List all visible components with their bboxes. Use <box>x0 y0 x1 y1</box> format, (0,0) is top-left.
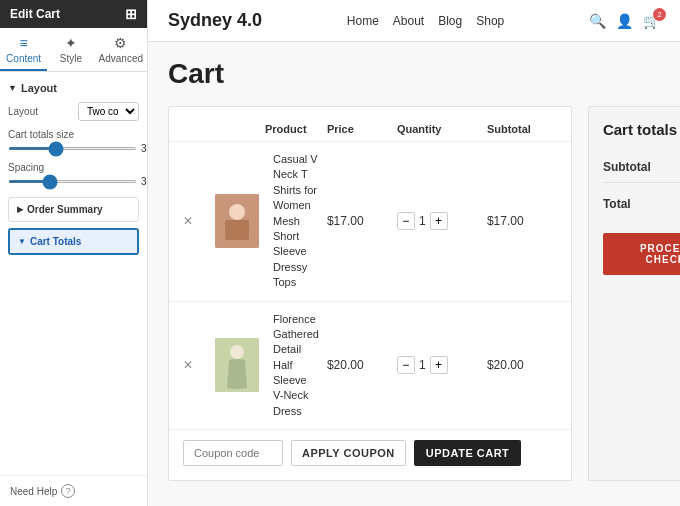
qty-cell-2: − 1 + <box>397 356 487 374</box>
product-2-thumbnail <box>215 338 259 392</box>
cart-totals-size-slider[interactable] <box>8 147 137 150</box>
cart-totals-accordion-label: Cart Totals <box>30 236 82 247</box>
advanced-icon: ⚙ <box>114 35 127 51</box>
order-summary-arrow-icon: ▶ <box>17 205 23 214</box>
checkout-button[interactable]: PROCEED TO CHECKOUT <box>603 233 680 275</box>
update-cart-button[interactable]: UPDATE CART <box>414 440 522 466</box>
style-icon: ✦ <box>65 35 77 51</box>
apply-coupon-button[interactable]: APPLY COUPON <box>291 440 406 466</box>
layout-arrow-icon: ▼ <box>8 83 17 93</box>
main-content: Sydney 4.0 Home About Blog Shop 🔍 👤 🛒 2 … <box>148 0 680 506</box>
col-quantity: Quantity <box>397 123 487 135</box>
total-label: Total <box>603 197 631 211</box>
cart-totals-arrow-icon: ▼ <box>18 237 26 246</box>
layout-field: Layout Two columns <box>8 102 139 121</box>
tab-advanced[interactable]: ⚙ Advanced <box>95 28 147 71</box>
qty-decrease-2[interactable]: − <box>397 356 415 374</box>
table-row: ✕ Florence Gathered Detail Half Sleeve V… <box>169 302 571 431</box>
tab-style[interactable]: ✦ Style <box>47 28 94 71</box>
cart-badge: 2 <box>653 8 666 21</box>
qty-decrease-1[interactable]: − <box>397 212 415 230</box>
col-price: Price <box>327 123 397 135</box>
accordion-order-summary-header[interactable]: ▶ Order Summary <box>9 198 138 221</box>
nav-links: Home About Blog Shop <box>347 14 504 28</box>
nav-home[interactable]: Home <box>347 14 379 28</box>
subtotal-row: Subtotal $37.00 <box>603 152 680 183</box>
cart-totals-size-field: Cart totals size 35 <box>8 129 139 154</box>
page-title: Cart <box>168 58 660 90</box>
coupon-input[interactable] <box>183 440 283 466</box>
user-icon[interactable]: 👤 <box>616 13 633 29</box>
content-icon: ≡ <box>20 35 28 51</box>
site-title: Sydney 4.0 <box>168 10 262 31</box>
panel-content: ▼ Layout Layout Two columns Cart totals … <box>0 72 147 475</box>
product-price-1: $17.00 <box>327 214 397 228</box>
product-subtotal-1: $17.00 <box>487 214 557 228</box>
panel-tabs: ≡ Content ✦ Style ⚙ Advanced <box>0 28 147 72</box>
cart-totals-panel: Cart totals Subtotal $37.00 Total $37.00… <box>588 106 680 481</box>
nav-shop[interactable]: Shop <box>476 14 504 28</box>
col-subtotal: Subtotal <box>487 123 557 135</box>
layout-select[interactable]: Two columns <box>78 102 139 121</box>
top-nav: Sydney 4.0 Home About Blog Shop 🔍 👤 🛒 2 <box>148 0 680 42</box>
svg-point-4 <box>230 345 244 359</box>
spacing-label: Spacing <box>8 162 139 173</box>
panel-header: Edit Cart ⊞ <box>0 0 147 28</box>
remove-item-2-button[interactable]: ✕ <box>183 358 215 372</box>
remove-item-1-button[interactable]: ✕ <box>183 214 215 228</box>
qty-increase-2[interactable]: + <box>430 356 448 374</box>
product-price-2: $20.00 <box>327 358 397 372</box>
product-img-2 <box>215 338 259 392</box>
tab-style-label: Style <box>60 53 82 64</box>
cart-totals-title: Cart totals <box>603 121 680 138</box>
subtotal-label: Subtotal <box>603 160 651 174</box>
col-product: Product <box>265 123 327 135</box>
need-help[interactable]: Need Help ? <box>0 475 147 506</box>
search-icon[interactable]: 🔍 <box>589 13 606 29</box>
spacing-value: 30 <box>141 176 147 187</box>
cart-totals-size-label: Cart totals size <box>8 129 139 140</box>
cart-totals-size-row: 35 <box>8 143 139 154</box>
accordion-cart-totals: ▼ Cart Totals <box>8 228 139 255</box>
table-row: ✕ Casual V Neck T Shirts for Women Mesh … <box>169 142 571 302</box>
qty-increase-1[interactable]: + <box>430 212 448 230</box>
qty-value-1: 1 <box>419 214 426 228</box>
spacing-field: Spacing 30 <box>8 162 139 187</box>
accordion-list: ▶ Order Summary ▼ Cart Totals <box>8 197 139 255</box>
cart-totals-size-value: 35 <box>141 143 147 154</box>
layout-section-header: ▼ Layout <box>8 82 139 94</box>
layout-label: Layout <box>8 106 78 117</box>
product-img-1 <box>215 194 259 248</box>
grid-icon: ⊞ <box>125 6 137 22</box>
nav-blog[interactable]: Blog <box>438 14 462 28</box>
tab-content-label: Content <box>6 53 41 64</box>
accordion-order-summary: ▶ Order Summary <box>8 197 139 222</box>
tab-content[interactable]: ≡ Content <box>0 28 47 71</box>
panel-title: Edit Cart <box>10 7 60 21</box>
page-body: Cart Product Price Quantity Subtotal ✕ <box>148 42 680 497</box>
nav-icons: 🔍 👤 🛒 2 <box>589 13 660 29</box>
order-summary-label: Order Summary <box>27 204 103 215</box>
svg-point-1 <box>229 204 245 220</box>
coupon-row: APPLY COUPON UPDATE CART <box>169 430 571 470</box>
qty-cell-1: − 1 + <box>397 212 487 230</box>
spacing-row: 30 <box>8 176 139 187</box>
left-panel: Edit Cart ⊞ ≡ Content ✦ Style ⚙ Advanced… <box>0 0 148 506</box>
col-remove <box>183 123 215 135</box>
accordion-cart-totals-header[interactable]: ▼ Cart Totals <box>10 230 137 253</box>
cart-layout: Product Price Quantity Subtotal ✕ <box>168 106 660 481</box>
layout-select-wrap: Two columns <box>78 102 139 121</box>
product-1-thumbnail <box>215 194 259 248</box>
product-name-1: Casual V Neck T Shirts for Women Mesh Sh… <box>265 152 327 291</box>
spacing-slider[interactable] <box>8 180 137 183</box>
nav-about[interactable]: About <box>393 14 424 28</box>
cart-icon-wrap[interactable]: 🛒 2 <box>643 13 660 29</box>
product-name-2: Florence Gathered Detail Half Sleeve V-N… <box>265 312 327 420</box>
need-help-label: Need Help <box>10 486 57 497</box>
qty-value-2: 1 <box>419 358 426 372</box>
tab-advanced-label: Advanced <box>99 53 143 64</box>
product-subtotal-2: $20.00 <box>487 358 557 372</box>
col-img <box>215 123 265 135</box>
cart-table: Product Price Quantity Subtotal ✕ <box>168 106 572 481</box>
total-row: Total $37.00 <box>603 189 680 219</box>
